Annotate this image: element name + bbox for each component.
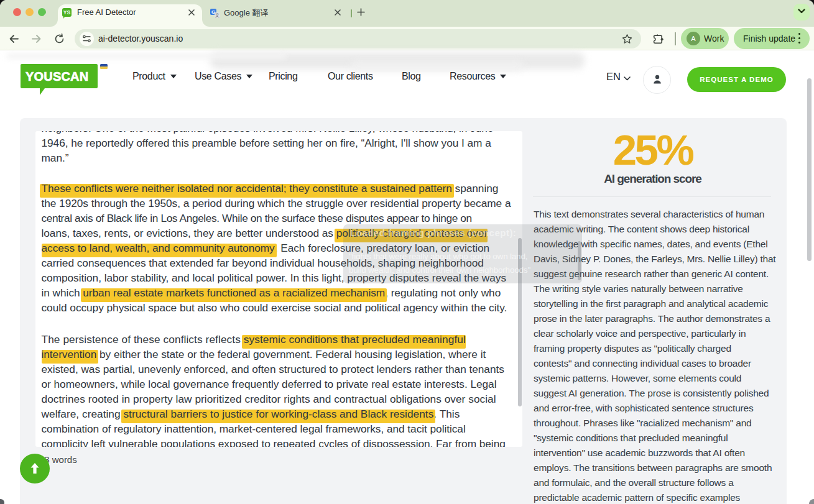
svg-text:文: 文 (215, 12, 220, 18)
